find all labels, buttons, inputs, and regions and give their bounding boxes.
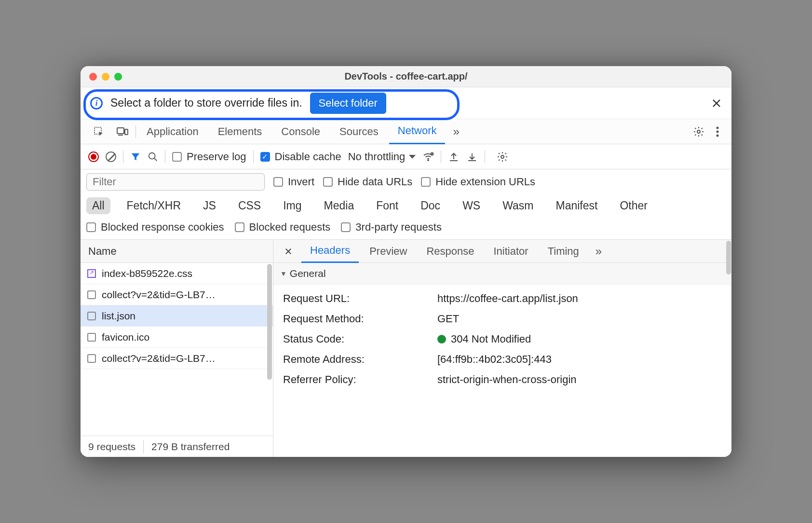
svg-line-9 (154, 158, 157, 161)
devtools-window: DevTools - coffee-cart.app/ i Select a f… (81, 66, 731, 457)
more-tabs-button[interactable]: » (447, 125, 463, 138)
requests-count: 9 requests (81, 441, 143, 453)
filter-type-all[interactable]: All (86, 197, 110, 214)
inspect-element-icon[interactable] (88, 123, 109, 140)
filter-type-media[interactable]: Media (318, 197, 360, 214)
kv-key: Request Method: (283, 313, 437, 325)
detail-pane: Headers Preview Response Initiator Timin… (273, 240, 731, 457)
detail-tab-response[interactable]: Response (418, 240, 483, 263)
titlebar: DevTools - coffee-cart.app/ (81, 66, 731, 87)
detail-tab-headers[interactable]: Headers (301, 240, 359, 263)
third-party-label: 3rd-party requests (355, 221, 442, 234)
file-icon (87, 354, 96, 363)
clear-button[interactable] (106, 151, 116, 162)
minimize-window-button[interactable] (102, 73, 109, 81)
general-section-header[interactable]: ▼ General (273, 263, 731, 285)
third-party-checkbox[interactable]: 3rd-party requests (341, 221, 442, 234)
filter-type-fetch-xhr[interactable]: Fetch/XHR (121, 197, 187, 214)
zoom-window-button[interactable] (114, 73, 122, 81)
disclosure-triangle-icon: ▼ (280, 270, 287, 277)
filter-type-css[interactable]: CSS (232, 197, 267, 214)
infobar-message: Select a folder to store override files … (110, 96, 302, 110)
extra-filter-bar: Blocked response cookies Blocked request… (81, 217, 731, 240)
export-har-icon[interactable] (448, 151, 460, 163)
infobar-close-button[interactable] (711, 98, 722, 109)
filter-type-js[interactable]: JS (197, 197, 222, 214)
disable-cache-checkbox[interactable]: ✓Disable cache (260, 151, 341, 163)
scrollbar-thumb[interactable] (267, 264, 272, 380)
svg-point-10 (428, 160, 429, 161)
window-title: DevTools - coffee-cart.app/ (81, 71, 731, 82)
import-har-icon[interactable] (466, 151, 478, 163)
tab-console[interactable]: Console (272, 119, 329, 144)
tab-sources[interactable]: Sources (331, 119, 387, 144)
tab-application[interactable]: Application (138, 119, 207, 144)
filter-type-ws[interactable]: WS (457, 197, 486, 214)
filter-type-manifest[interactable]: Manifest (550, 197, 604, 214)
general-kv-grid: Request URL:https://coffee-cart.app/list… (273, 285, 731, 394)
filter-toggle-icon[interactable] (130, 151, 141, 162)
preserve-log-checkbox[interactable]: Preserve log (172, 151, 246, 163)
detail-tab-preview[interactable]: Preview (361, 240, 416, 263)
blocked-cookies-label: Blocked response cookies (101, 221, 224, 234)
disable-cache-label: Disable cache (275, 151, 341, 163)
blocked-requests-checkbox[interactable]: Blocked requests (235, 221, 331, 234)
svg-point-4 (697, 130, 700, 133)
select-folder-button[interactable]: Select folder (310, 93, 386, 114)
close-window-button[interactable] (89, 73, 97, 81)
kv-row: Status Code:304 Not Modified (283, 329, 722, 349)
file-icon (87, 290, 96, 299)
invert-checkbox[interactable]: Invert (273, 176, 314, 188)
tab-network[interactable]: Network (389, 119, 446, 144)
caret-down-icon (409, 155, 416, 159)
hide-data-urls-label: Hide data URLs (338, 176, 412, 188)
filter-type-doc[interactable]: Doc (415, 197, 446, 214)
request-row[interactable]: collect?v=2&tid=G-LB7… (81, 348, 273, 369)
more-detail-tabs-button[interactable]: » (590, 245, 606, 258)
request-row[interactable]: list.json (81, 305, 273, 327)
request-list-header[interactable]: Name (81, 240, 273, 263)
hide-data-urls-checkbox[interactable]: Hide data URLs (323, 176, 412, 188)
network-settings-icon[interactable] (492, 148, 513, 165)
file-icon (87, 333, 96, 342)
preserve-log-label: Preserve log (187, 151, 246, 163)
request-row[interactable]: favicon.ico (81, 327, 273, 348)
panel-tabstrip: Application Elements Console Sources Net… (81, 119, 731, 144)
request-row[interactable]: collect?v=2&tid=G-LB7… (81, 284, 273, 305)
tab-elements[interactable]: Elements (209, 119, 271, 144)
filter-type-img[interactable]: Img (277, 197, 307, 214)
record-button[interactable] (88, 151, 99, 162)
kv-key: Status Code: (283, 333, 437, 345)
hide-extension-urls-label: Hide extension URLs (435, 176, 535, 188)
kv-key: Remote Address: (283, 353, 437, 366)
hide-extension-urls-checkbox[interactable]: Hide extension URLs (421, 176, 535, 188)
detail-close-button[interactable] (277, 247, 299, 256)
kv-key: Referrer Policy: (283, 373, 437, 386)
filter-input[interactable] (86, 173, 265, 191)
filter-type-font[interactable]: Font (370, 197, 404, 214)
scrollbar-thumb[interactable] (726, 241, 731, 275)
kebab-menu-icon[interactable] (711, 124, 724, 140)
network-conditions-icon[interactable] (422, 151, 434, 163)
infobar: i Select a folder to store override file… (81, 87, 731, 119)
type-filter-bar: All Fetch/XHR JS CSS Img Media Font Doc … (81, 194, 731, 217)
search-icon[interactable] (148, 151, 158, 162)
svg-rect-1 (117, 128, 124, 134)
css-file-icon (87, 269, 96, 278)
device-toolbar-icon[interactable] (111, 123, 134, 140)
request-name: collect?v=2&tid=G-LB7… (102, 353, 216, 364)
blocked-cookies-checkbox[interactable]: Blocked response cookies (86, 221, 224, 234)
request-row[interactable]: index-b859522e.css (81, 263, 273, 284)
invert-label: Invert (288, 176, 314, 188)
filter-type-wasm[interactable]: Wasm (497, 197, 539, 214)
detail-tabstrip: Headers Preview Response Initiator Timin… (273, 240, 731, 263)
kv-value: strict-origin-when-cross-origin (437, 373, 722, 386)
detail-tab-initiator[interactable]: Initiator (485, 240, 537, 263)
svg-point-7 (717, 134, 719, 137)
filter-type-other[interactable]: Other (614, 197, 653, 214)
detail-tab-timing[interactable]: Timing (539, 240, 588, 263)
settings-icon[interactable] (688, 123, 709, 140)
request-name: list.json (102, 310, 135, 322)
throttling-select[interactable]: No throttling (348, 151, 416, 163)
kv-row: Referrer Policy:strict-origin-when-cross… (283, 370, 722, 390)
